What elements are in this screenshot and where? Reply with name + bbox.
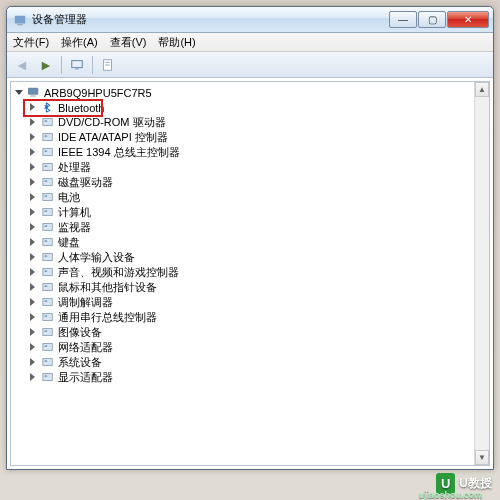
svg-rect-18: [45, 180, 48, 182]
app-icon: [13, 13, 27, 27]
tree-item[interactable]: 磁盘驱动器: [13, 175, 487, 190]
chevron-right-icon[interactable]: [29, 358, 38, 367]
svg-rect-26: [45, 240, 48, 242]
menu-view[interactable]: 查看(V): [108, 34, 149, 51]
tree-item-label: 监视器: [58, 220, 91, 235]
svg-rect-8: [31, 96, 36, 97]
device-category-icon: [41, 146, 55, 160]
tree-item-label: 处理器: [58, 160, 91, 175]
svg-rect-17: [43, 178, 52, 185]
device-category-icon: [41, 236, 55, 250]
tree-item[interactable]: Bluetooth: [13, 100, 487, 115]
tree-item[interactable]: 处理器: [13, 160, 487, 175]
svg-rect-39: [43, 343, 52, 350]
svg-rect-11: [43, 133, 52, 140]
chevron-right-icon[interactable]: [29, 313, 38, 322]
tree-item[interactable]: 键盘: [13, 235, 487, 250]
tree-item[interactable]: 电池: [13, 190, 487, 205]
svg-rect-44: [45, 375, 48, 377]
window-title: 设备管理器: [32, 12, 389, 27]
bluetooth-icon: [41, 101, 55, 115]
tree-item[interactable]: 图像设备: [13, 325, 487, 340]
chevron-right-icon[interactable]: [29, 163, 38, 172]
tree-item[interactable]: 显示适配器: [13, 370, 487, 385]
svg-rect-32: [45, 285, 48, 287]
chevron-right-icon[interactable]: [29, 253, 38, 262]
chevron-right-icon[interactable]: [29, 298, 38, 307]
tree-item[interactable]: 人体学输入设备: [13, 250, 487, 265]
chevron-right-icon[interactable]: [29, 238, 38, 247]
svg-rect-35: [43, 313, 52, 320]
tree-item-label: 网络适配器: [58, 340, 113, 355]
chevron-right-icon[interactable]: [29, 328, 38, 337]
svg-rect-25: [43, 238, 52, 245]
chevron-right-icon[interactable]: [29, 118, 38, 127]
device-category-icon: [41, 206, 55, 220]
menu-file[interactable]: 文件(F): [11, 34, 51, 51]
close-button[interactable]: ✕: [447, 11, 489, 28]
chevron-down-icon[interactable]: [15, 89, 24, 98]
svg-rect-24: [45, 225, 48, 227]
tree-item[interactable]: 网络适配器: [13, 340, 487, 355]
tree-item[interactable]: DVD/CD-ROM 驱动器: [13, 115, 487, 130]
chevron-right-icon[interactable]: [29, 343, 38, 352]
scroll-up-button[interactable]: ▲: [475, 82, 489, 97]
tree-item[interactable]: 调制解调器: [13, 295, 487, 310]
tree-item-label: 计算机: [58, 205, 91, 220]
show-hidden-button[interactable]: [66, 55, 88, 75]
chevron-right-icon[interactable]: [29, 208, 38, 217]
chevron-right-icon[interactable]: [29, 268, 38, 277]
tree-item[interactable]: IDE ATA/ATAPI 控制器: [13, 130, 487, 145]
toolbar: ◄ ►: [7, 52, 493, 78]
vertical-scrollbar[interactable]: ▲ ▼: [474, 82, 489, 465]
svg-rect-36: [45, 315, 48, 317]
tree-item-label: IDE ATA/ATAPI 控制器: [58, 130, 168, 145]
tree-item-label: 电池: [58, 190, 80, 205]
svg-rect-31: [43, 283, 52, 290]
device-category-icon: [41, 176, 55, 190]
chevron-right-icon[interactable]: [29, 373, 38, 382]
properties-button[interactable]: [97, 55, 119, 75]
tree-item[interactable]: 声音、视频和游戏控制器: [13, 265, 487, 280]
svg-rect-22: [45, 210, 48, 212]
tree-item[interactable]: 计算机: [13, 205, 487, 220]
chevron-right-icon[interactable]: [29, 103, 38, 112]
menu-help[interactable]: 帮助(H): [156, 34, 197, 51]
svg-rect-21: [43, 208, 52, 215]
minimize-button[interactable]: —: [389, 11, 417, 28]
forward-button[interactable]: ►: [35, 55, 57, 75]
chevron-right-icon[interactable]: [29, 193, 38, 202]
back-button[interactable]: ◄: [11, 55, 33, 75]
titlebar[interactable]: 设备管理器 — ▢ ✕: [7, 7, 493, 33]
svg-rect-27: [43, 253, 52, 260]
tree-item-label: IEEE 1394 总线主控制器: [58, 145, 180, 160]
svg-rect-34: [45, 300, 48, 302]
page-icon: [101, 58, 115, 72]
chevron-right-icon[interactable]: [29, 223, 38, 232]
watermark-url: ujiaoshou.com: [418, 490, 482, 500]
watermark: U U教授 ujiaoshou.com: [436, 473, 492, 494]
tree-panel: ARB9Q9HPU5FC7R5 BluetoothDVD/CD-ROM 驱动器I…: [10, 81, 490, 466]
tree-root-node[interactable]: ARB9Q9HPU5FC7R5: [13, 86, 487, 100]
svg-rect-20: [45, 195, 48, 197]
tree-item-label: 调制解调器: [58, 295, 113, 310]
device-category-icon: [41, 161, 55, 175]
device-manager-window: 设备管理器 — ▢ ✕ 文件(F) 操作(A) 查看(V) 帮助(H) ◄ ► …: [6, 6, 494, 470]
device-category-icon: [41, 116, 55, 130]
tree-item[interactable]: 鼠标和其他指针设备: [13, 280, 487, 295]
tree-item[interactable]: 系统设备: [13, 355, 487, 370]
chevron-right-icon[interactable]: [29, 133, 38, 142]
tree-item[interactable]: IEEE 1394 总线主控制器: [13, 145, 487, 160]
computer-icon: [27, 87, 41, 99]
chevron-right-icon[interactable]: [29, 283, 38, 292]
menu-action[interactable]: 操作(A): [59, 34, 100, 51]
monitor-icon: [70, 58, 84, 72]
tree-item[interactable]: 通用串行总线控制器: [13, 310, 487, 325]
chevron-right-icon[interactable]: [29, 148, 38, 157]
toolbar-separator: [92, 56, 93, 74]
chevron-right-icon[interactable]: [29, 178, 38, 187]
svg-rect-37: [43, 328, 52, 335]
tree-item[interactable]: 监视器: [13, 220, 487, 235]
maximize-button[interactable]: ▢: [418, 11, 446, 28]
scroll-down-button[interactable]: ▼: [475, 450, 489, 465]
